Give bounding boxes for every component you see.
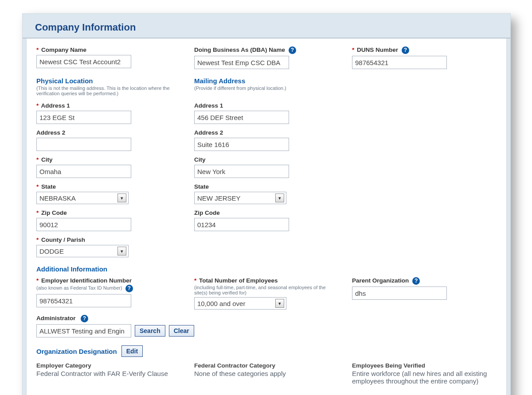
phys-zip-input[interactable] (36, 218, 131, 231)
mail-address2-label: Address 2 (194, 129, 339, 136)
phys-county-select[interactable]: DODGE▾ (36, 245, 129, 257)
employees-being-verified-label: Employees Being Verified (352, 362, 497, 369)
help-icon[interactable]: ? (289, 46, 296, 54)
additional-info-title: Additional Information (36, 265, 497, 273)
employer-category-value: Federal Contractor with FAR E-Verify Cla… (36, 370, 181, 377)
ein-input[interactable] (36, 294, 131, 307)
mail-city-label: City (194, 156, 339, 163)
mail-address2-input[interactable] (194, 138, 289, 151)
form-panel: * Company Name Doing Business As (DBA) N… (26, 39, 507, 395)
duns-number-label: * DUNS Number ? (352, 46, 497, 54)
federal-contractor-category-label: Federal Contractor Category (194, 362, 339, 369)
parent-org-input[interactable] (352, 287, 447, 300)
employer-category-label: Employer Category (36, 362, 181, 369)
mail-zip-input[interactable] (194, 218, 289, 231)
phys-address1-label: * Address 1 (36, 102, 181, 109)
administrator-input[interactable] (36, 324, 131, 337)
mail-state-label: State (194, 183, 339, 190)
duns-number-input[interactable] (352, 56, 447, 69)
search-button[interactable]: Search (135, 325, 165, 337)
page-title: Company Information (23, 14, 510, 39)
phys-city-input[interactable] (36, 165, 131, 178)
employees-being-verified-value: Entire workforce (all new hires and all … (352, 370, 497, 385)
phys-state-select[interactable]: NEBRASKA▾ (36, 192, 129, 204)
org-designation-title: Organization Designation (36, 348, 117, 355)
chevron-down-icon: ▾ (117, 194, 126, 202)
phys-address2-input[interactable] (36, 138, 131, 151)
parent-org-label: Parent Organization ? (352, 277, 497, 285)
help-icon[interactable]: ? (81, 315, 88, 322)
help-icon[interactable]: ? (412, 277, 420, 285)
mail-address1-input[interactable] (194, 111, 289, 124)
help-icon[interactable]: ? (402, 46, 409, 54)
company-name-input[interactable] (36, 55, 131, 68)
mail-zip-label: Zip Code (194, 209, 339, 216)
chevron-down-icon: ▾ (117, 247, 126, 256)
chevron-down-icon: ▾ (275, 194, 284, 202)
total-employees-select[interactable]: 10,000 and over▾ (194, 297, 286, 310)
mail-address1-label: Address 1 (194, 102, 339, 109)
mail-state-select[interactable]: NEW JERSEY▾ (194, 192, 286, 204)
edit-button[interactable]: Edit (121, 345, 143, 357)
help-icon[interactable]: ? (125, 285, 133, 292)
mailing-address-title: Mailing Address (194, 77, 339, 85)
ein-label: * Employer Identification Number (also k… (36, 277, 181, 292)
administrator-label: Administrator ? (36, 315, 497, 322)
company-info-form: Company Information * Company Name Doing… (22, 13, 511, 395)
physical-location-subtitle: (This is not the mailing address. This i… (36, 85, 181, 96)
dba-name-input[interactable] (194, 56, 289, 69)
company-name-label: * Company Name (36, 46, 181, 53)
total-employees-label: * Total Number of Employees (including f… (194, 277, 339, 295)
phys-state-label: * State (36, 183, 181, 190)
phys-zip-label: * Zip Code (36, 209, 181, 216)
dba-name-label: Doing Business As (DBA) Name ? (194, 46, 339, 54)
phys-city-label: * City (36, 156, 181, 163)
mail-city-input[interactable] (194, 165, 289, 178)
phys-county-label: * County / Parish (36, 236, 181, 243)
clear-button[interactable]: Clear (169, 325, 194, 337)
physical-location-title: Physical Location (36, 77, 181, 85)
phys-address2-label: Address 2 (36, 129, 181, 136)
federal-contractor-category-value: None of these categories apply (194, 370, 339, 377)
chevron-down-icon: ▾ (275, 299, 284, 308)
mailing-address-subtitle: (Provide if different from physical loca… (194, 85, 339, 91)
phys-address1-input[interactable] (36, 111, 131, 124)
